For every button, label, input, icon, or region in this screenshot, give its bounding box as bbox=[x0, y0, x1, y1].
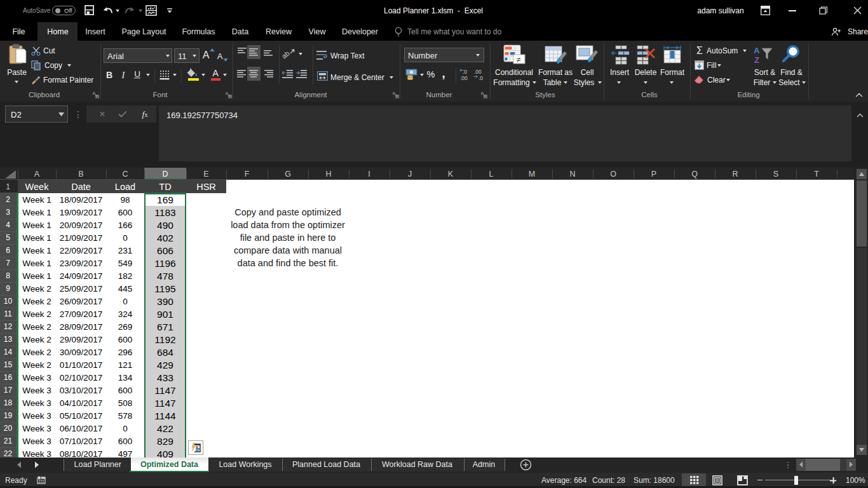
svg-text:A: A bbox=[754, 46, 760, 55]
svg-text:ab: ab bbox=[282, 50, 291, 59]
svg-text:Z: Z bbox=[754, 55, 759, 65]
svg-text:.00: .00 bbox=[474, 69, 482, 75]
svg-text:.0: .0 bbox=[463, 69, 467, 75]
svg-text:≠: ≠ bbox=[517, 55, 521, 64]
svg-text:.00: .00 bbox=[460, 75, 468, 81]
svg-text:.0: .0 bbox=[478, 75, 483, 81]
